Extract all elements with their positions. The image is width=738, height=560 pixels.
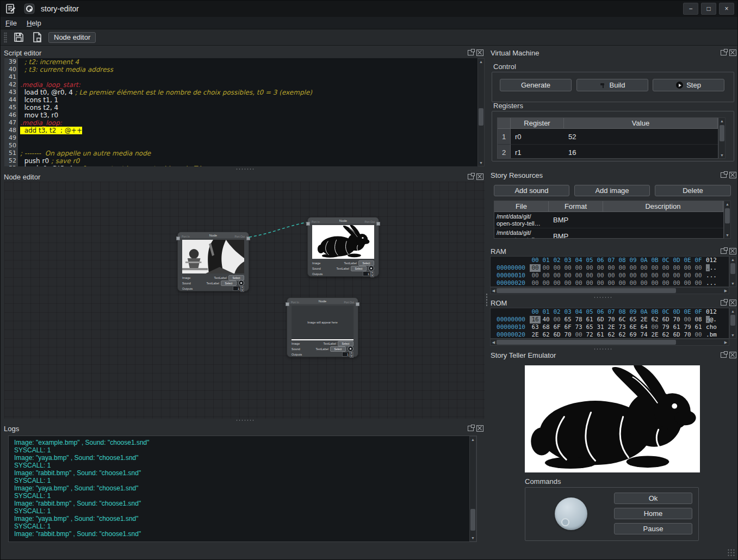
float-panel-icon[interactable]: [468, 174, 474, 179]
hex-byte[interactable]: 00: [671, 279, 682, 287]
scroll-down-icon[interactable]: ▼: [730, 281, 736, 287]
select-button[interactable]: Select: [221, 281, 237, 286]
hex-byte[interactable]: 31: [595, 323, 606, 331]
hex-byte[interactable]: 40: [541, 316, 551, 323]
scroll-track[interactable]: [497, 339, 723, 345]
hex-byte[interactable]: 00: [660, 279, 671, 287]
scroll-slider[interactable]: [497, 340, 676, 345]
hex-byte[interactable]: 00: [617, 264, 628, 272]
hex-byte[interactable]: 70: [562, 331, 573, 339]
hex-byte[interactable]: 00: [595, 279, 606, 287]
scroll-right-icon[interactable]: ▶: [723, 339, 729, 345]
hex-byte[interactable]: 00: [562, 279, 573, 287]
ok-button[interactable]: Ok: [614, 493, 692, 504]
hex-byte[interactable]: 00: [530, 279, 541, 287]
hex-byte[interactable]: 00: [606, 279, 617, 287]
scroll-slider[interactable]: [725, 208, 730, 223]
hex-byte[interactable]: 72: [584, 331, 595, 339]
hex-byte[interactable]: 00: [638, 279, 649, 287]
spinbox-arrows[interactable]: ▲▼: [350, 352, 354, 357]
splitter-handle[interactable]: [235, 419, 254, 421]
hex-byte[interactable]: 00: [660, 272, 671, 279]
hex-byte[interactable]: 00: [693, 264, 704, 272]
hex-byte[interactable]: 69: [628, 331, 638, 339]
hex-byte[interactable]: 00: [584, 272, 595, 279]
port-in[interactable]: [286, 302, 289, 306]
resources-vscrollbar[interactable]: ▲ ▼: [724, 201, 731, 239]
graph-node[interactable]: NodePort InPort Out ImageTextLabelSelect…: [177, 232, 249, 291]
hex-byte[interactable]: 00: [693, 331, 704, 339]
hex-byte[interactable]: 00: [595, 264, 606, 272]
hex-byte[interactable]: 00: [530, 272, 541, 279]
float-panel-icon[interactable]: [721, 352, 727, 358]
node-graph-canvas[interactable]: NodePort InPort Out ImageTextLabelSelect…: [4, 182, 485, 419]
hex-byte[interactable]: 70: [671, 316, 682, 323]
hex-byte[interactable]: 00: [573, 279, 584, 287]
spinbox-arrows[interactable]: ▲▼: [240, 286, 244, 291]
hex-byte[interactable]: 00: [649, 272, 660, 279]
hex-byte[interactable]: 00: [671, 264, 682, 272]
port-out[interactable]: [376, 222, 380, 226]
float-panel-icon[interactable]: [721, 300, 727, 306]
close-panel-icon[interactable]: [729, 172, 736, 178]
hex-byte[interactable]: 00: [617, 279, 628, 287]
hex-byte[interactable]: 65: [628, 316, 638, 323]
rotary-knob[interactable]: [555, 497, 587, 530]
hex-byte[interactable]: 6F: [562, 323, 573, 331]
hex-byte[interactable]: 61: [595, 331, 606, 339]
node-editor-button[interactable]: Node editor: [48, 32, 96, 43]
hex-byte[interactable]: 00: [551, 272, 562, 279]
hex-byte[interactable]: 79: [660, 323, 671, 331]
scroll-down-icon[interactable]: ▼: [478, 160, 484, 166]
scroll-up-icon[interactable]: ▲: [730, 308, 736, 314]
scroll-up-icon[interactable]: ▲: [478, 59, 484, 65]
scroll-up-icon[interactable]: ▲: [470, 437, 476, 443]
splitter-handle[interactable]: [593, 348, 612, 350]
ram-vscrollbar[interactable]: ▲▼: [729, 256, 736, 287]
column-header[interactable]: File: [494, 201, 549, 212]
maximize-icon[interactable]: □: [701, 3, 716, 15]
hex-byte[interactable]: 00: [628, 264, 638, 272]
hex-byte[interactable]: 62: [617, 331, 628, 339]
resource-row[interactable]: /mnt/data/git/open-story-tell…BMP: [494, 212, 723, 228]
script-editor-vscrollbar[interactable]: ▲ ▼: [477, 58, 485, 166]
hex-byte[interactable]: 00: [573, 272, 584, 279]
registers-table[interactable]: RegisterValue1r0522r116: [497, 117, 718, 159]
logs-output[interactable]: Image: "example.bmp" , Sound: "choose1.s…: [8, 435, 477, 542]
spin-down-icon[interactable]: ▼: [350, 355, 354, 358]
hex-byte[interactable]: 68: [541, 323, 551, 331]
scroll-left-icon[interactable]: ◀: [491, 339, 497, 345]
hex-byte[interactable]: 73: [573, 323, 584, 331]
close-panel-icon[interactable]: [729, 300, 736, 306]
hex-byte[interactable]: 00: [682, 264, 693, 272]
scroll-slider[interactable]: [730, 263, 735, 274]
hex-byte[interactable]: 2E: [638, 316, 649, 323]
float-panel-icon[interactable]: [721, 50, 727, 55]
hex-byte[interactable]: 00: [562, 264, 573, 272]
sound-play-icon[interactable]: [368, 265, 374, 271]
close-panel-icon[interactable]: [476, 173, 483, 180]
hex-byte[interactable]: 00: [628, 272, 638, 279]
hex-byte[interactable]: 00: [693, 272, 704, 279]
port-out[interactable]: [246, 237, 250, 240]
float-panel-icon[interactable]: [721, 248, 727, 254]
hex-byte[interactable]: 6D: [660, 316, 671, 323]
splitter-handle[interactable]: [235, 168, 254, 170]
hex-byte[interactable]: 62: [606, 331, 617, 339]
hex-byte[interactable]: 2E: [606, 323, 617, 331]
column-header[interactable]: Format: [549, 201, 603, 212]
scroll-slider[interactable]: [497, 288, 676, 293]
scroll-slider[interactable]: [479, 108, 483, 126]
hex-byte[interactable]: 00: [606, 264, 617, 272]
spinbox-arrows[interactable]: ▲▼: [370, 271, 374, 276]
hex-byte[interactable]: 00: [693, 279, 704, 287]
outputs-spinbox[interactable]: 1▲▼: [233, 286, 244, 291]
close-panel-icon[interactable]: [476, 425, 483, 432]
close-icon[interactable]: ×: [719, 3, 734, 15]
close-panel-icon[interactable]: [729, 49, 736, 56]
script-code-area[interactable]: 39 ; t2: increment 440 ; t3: current med…: [4, 58, 477, 166]
column-header[interactable]: Register: [511, 118, 564, 129]
hex-byte[interactable]: 00: [649, 323, 660, 331]
float-panel-icon[interactable]: [468, 426, 474, 431]
hex-byte[interactable]: 00: [541, 279, 551, 287]
